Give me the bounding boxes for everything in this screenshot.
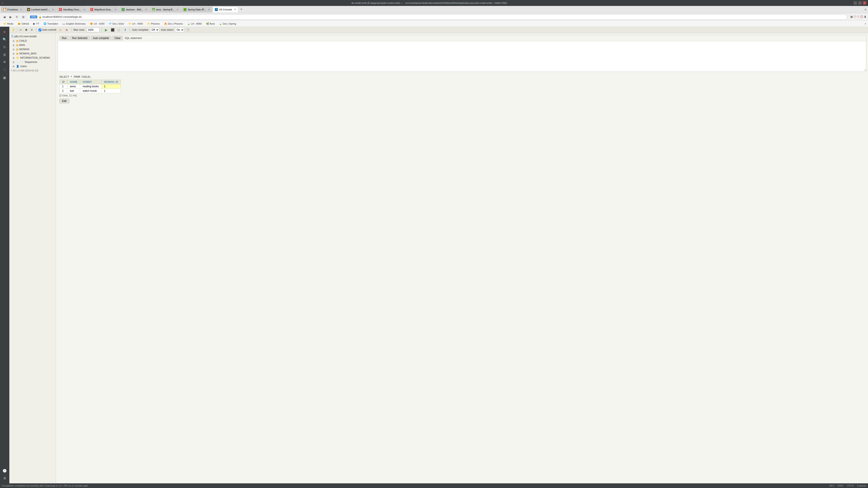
toolbar-icon-1[interactable]: ⚡ (11, 28, 16, 32)
max-rows-input[interactable] (87, 28, 99, 32)
maximize-button[interactable]: □ (858, 1, 862, 5)
bookmark-doc-elixir[interactable]: 💎 Doc | Elixir (107, 22, 126, 26)
bookmark-phoenix[interactable]: 📁 Phoenix (145, 22, 161, 26)
bookmark-lh4000[interactable]: 📁 LH - 4000 (127, 22, 145, 26)
tab-handling[interactable]: K Handling Circu... ✕ (57, 6, 88, 12)
sql-toolbar: Run Run Selected Auto complete Clear SQL… (58, 35, 866, 41)
clear-button[interactable]: Clear (112, 36, 123, 40)
toolbar-icon-3[interactable]: ✱ (24, 28, 29, 32)
auto-select-select[interactable]: On Off (175, 28, 184, 32)
bookmark-english-dict[interactable]: 📖 English Dictionary (61, 22, 87, 26)
bookmark-lh4200-label: LH - 4200 (94, 23, 104, 25)
bookmark-yt[interactable]: ▶ YT (32, 22, 41, 26)
close-button[interactable]: ✕ (863, 1, 866, 5)
tree-expand-child[interactable]: ⊞ (13, 40, 15, 42)
heart-icon[interactable]: ♡ (857, 15, 860, 19)
ide-icon-clock[interactable]: 🕐 (1, 467, 8, 474)
toolbar-icon-4[interactable]: ✕ (29, 28, 34, 32)
table-row[interactable]: 1 anna reading books 1 (60, 84, 121, 89)
tree-item-woman-man[interactable]: ⊞ ▦ WOMAN_MAN (9, 52, 56, 56)
tree-item-sequences[interactable]: ⊞ ⋮⋮⋮ Sequences (9, 60, 56, 64)
tab-springboot[interactable]: ☕ java - Spring B... ✕ (150, 6, 181, 12)
tab-close-handling[interactable]: ✕ (83, 8, 85, 11)
bookmark-lh8080[interactable]: 🍃 LH - 8080 (185, 22, 204, 26)
edit-button[interactable]: Edit (59, 99, 69, 103)
toolbar-icon-6[interactable]: ⊗ (64, 28, 69, 32)
bookmark-redis[interactable]: 📁 Redis (2, 22, 15, 26)
bookmark-translator[interactable]: 🌐 Translator (42, 22, 60, 26)
db-connection[interactable]: 🗄 jdbc:h2:mem:testdb (9, 34, 56, 39)
user-icon: 👤 (16, 65, 19, 68)
toolbar-icon-export[interactable]: ⬆ (123, 28, 128, 32)
extensions-icon[interactable]: ⊞ (850, 15, 853, 19)
tab-close-functions[interactable]: ✕ (20, 8, 22, 11)
tree-expand-woman-man[interactable]: ⊞ (13, 53, 15, 55)
ide-icon-search[interactable]: 🔍 (1, 36, 8, 43)
auto-commit-checkbox[interactable] (38, 29, 41, 31)
ide-icon-monitor[interactable]: 🖥 (1, 475, 8, 482)
tab-list-button[interactable]: ≡ (864, 7, 867, 12)
tab-close-lombok[interactable]: ✕ (52, 8, 54, 11)
tree-item-info-schema[interactable]: ⊞ 📁 INFORMATION_SCHEMA (9, 56, 56, 60)
tab-springdatajpa[interactable]: 🌿 Spring Data JP... ✕ (181, 6, 212, 12)
tab-close-springboot[interactable]: ✕ (177, 8, 179, 11)
table-row[interactable]: 2 karl watch movie 1 (60, 89, 121, 93)
bookmark-boot[interactable]: 🌿 Boot (204, 22, 217, 26)
forward-button[interactable]: ▶ (8, 14, 13, 20)
tree-item-man[interactable]: ⊞ ▦ MAN (9, 43, 56, 47)
bookmark-doc-phoenix[interactable]: 🔥 Doc | Phoenix (162, 22, 185, 26)
tree-expand-info-schema[interactable]: ⊞ (13, 57, 15, 59)
toolbar-icon-clear[interactable]: ◻ (117, 28, 121, 32)
tab-close-mapstruct[interactable]: ✕ (115, 8, 117, 11)
tree-expand-man[interactable]: ⊞ (13, 44, 15, 46)
tree-expand-users[interactable]: ⊞ (13, 65, 15, 68)
run-button[interactable]: Run (60, 36, 69, 40)
toolbar-icon-run[interactable]: ▶ (104, 28, 108, 32)
new-tab-button[interactable]: + (239, 7, 244, 12)
tab-functions[interactable]: 📄 Functions ✕ (1, 6, 24, 12)
tree-expand-sequences[interactable]: ⊞ (13, 61, 15, 63)
tab-close-springdatajpa[interactable]: ✕ (208, 8, 210, 11)
auto-complete-select[interactable]: Off On (150, 28, 159, 32)
auto-commit-label[interactable]: Auto commit (38, 28, 56, 31)
toolbar-icon-5[interactable]: ⊙ (58, 28, 63, 32)
tab-mapstruct[interactable]: K MapStruct Exa... ✕ (88, 6, 119, 12)
tab-jackson[interactable]: J Jackson - Bidi... ✕ (119, 6, 149, 12)
run-selected-button[interactable]: Run Selected (70, 36, 90, 40)
tree-item-users[interactable]: ⊞ 👤 Users (9, 64, 56, 68)
status-right: 84:2 CRLF UTF-8 4 spaces (830, 484, 866, 487)
minimize-button[interactable]: — (854, 1, 857, 5)
bookmark-doc-spring[interactable]: 🍃 Doc | Spring (217, 22, 238, 26)
toolbar-icon-stop[interactable]: ⬛ (110, 28, 115, 32)
toolbar-help-icon[interactable]: ? (186, 28, 190, 32)
tab-favicon-mapstruct: K (90, 8, 93, 11)
tree-item-child[interactable]: ⊞ ▦ CHILD (9, 39, 56, 43)
cell-row1-id: 1 (60, 84, 67, 89)
ide-icon-eye[interactable]: 👁 (1, 59, 8, 66)
bookmark-lh4200[interactable]: 🔶 LH - 4200 (88, 22, 106, 26)
bookmarks-more-button[interactable]: » (865, 22, 866, 25)
ide-icon-heart[interactable]: ♡ (1, 66, 8, 73)
ide-icon-grid[interactable]: ⊞ (1, 51, 8, 58)
back-button[interactable]: ◀ (2, 14, 7, 20)
ide-icon-layout[interactable]: ▣ (1, 74, 8, 81)
bookmark-phoenix-label: Phoenix (151, 23, 160, 25)
url-bar[interactable]: VPN 🔒 localhost:8080/h2-console/login.do (27, 14, 847, 20)
tab-close-h2console[interactable]: ✕ (234, 8, 236, 11)
tab-h2console[interactable]: H H2 Console ✕ (213, 6, 238, 12)
sql-input[interactable] (58, 41, 866, 71)
tab-label-functions: Functions (7, 8, 18, 11)
grid-button[interactable]: ⊞ (21, 14, 26, 20)
tree-expand-woman[interactable]: ⊞ (13, 48, 15, 51)
auto-complete-button[interactable]: Auto complete (91, 36, 112, 40)
ide-icon-refresh[interactable]: ↻ (1, 44, 8, 51)
download-icon[interactable]: ⬇ (864, 15, 866, 19)
toolbar-icon-2[interactable]: ↩ (19, 28, 23, 32)
table-icon-child: ▦ (16, 39, 19, 42)
tab-lombok[interactable]: 🐱 Lombok.hashC... ✕ (25, 6, 56, 12)
tab-close-jackson[interactable]: ✕ (145, 8, 147, 11)
opera-icon[interactable]: O (861, 15, 863, 19)
bookmark-github[interactable]: 🐱 GitHub (16, 22, 31, 26)
reload-button[interactable]: ↻ (14, 14, 20, 20)
tree-item-woman[interactable]: ⊞ ▦ WOMAN (9, 47, 56, 52)
